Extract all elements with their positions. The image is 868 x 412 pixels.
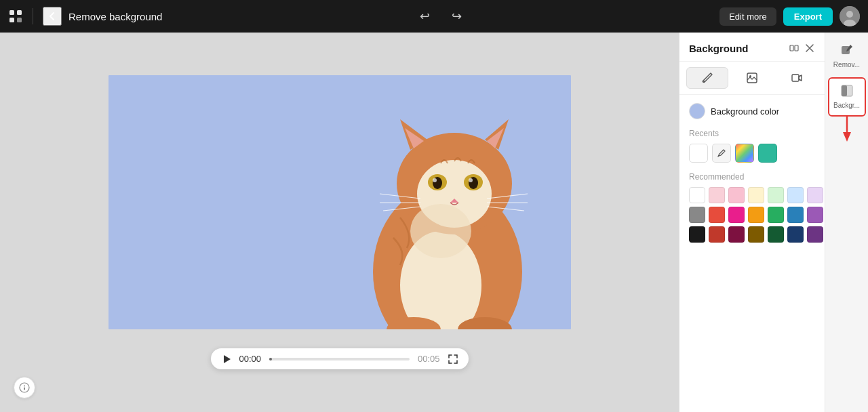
recent-color-rainbow[interactable] [735, 144, 754, 163]
recommended-label: Recommended [689, 172, 815, 182]
svg-rect-37 [795, 45, 798, 51]
color-cell[interactable] [709, 226, 725, 243]
svg-point-21 [469, 178, 473, 182]
panel-header: Background [679, 33, 825, 62]
redo-button[interactable]: ↪ [446, 6, 467, 26]
topbar-right: Edit more Export [719, 6, 860, 26]
svg-marker-32 [224, 355, 231, 363]
color-cell[interactable] [807, 207, 823, 223]
svg-point-20 [433, 178, 437, 182]
bg-color-section: Background color Recents R [679, 95, 825, 251]
tool-tab-brush[interactable] [686, 67, 728, 89]
color-picker-row: Background color [689, 103, 815, 119]
color-cell[interactable] [709, 187, 725, 203]
svg-rect-0 [9, 10, 14, 15]
video-preview [108, 75, 571, 329]
right-panel: Background [679, 33, 868, 412]
svg-rect-3 [17, 18, 22, 22]
divider [33, 8, 33, 24]
bg-color-label: Background color [711, 106, 779, 117]
time-current: 00:00 [239, 354, 262, 364]
svg-rect-38 [747, 73, 757, 83]
background-panel: Background [679, 33, 825, 412]
topbar-center: ↩ ↪ [169, 6, 713, 26]
play-button[interactable] [222, 354, 231, 364]
recents-row [689, 144, 815, 163]
close-panel-button[interactable] [804, 43, 815, 54]
tool-tab-image[interactable] [731, 67, 773, 89]
svg-marker-45 [843, 132, 851, 142]
color-cell[interactable] [689, 226, 705, 243]
sidebar-tool-background[interactable]: Backgr... [828, 77, 866, 117]
fullscreen-button[interactable] [448, 354, 458, 364]
export-button[interactable]: Export [783, 7, 833, 26]
color-cell[interactable] [748, 207, 764, 223]
color-cell[interactable] [748, 226, 764, 243]
red-arrow-indicator [840, 116, 854, 146]
video-controls-wrapper: 00:00 00:05 [211, 348, 469, 369]
edit-more-button[interactable]: Edit more [719, 7, 776, 26]
remove-bg-icon [840, 43, 854, 60]
recommended-colors [689, 187, 815, 243]
main-area: 00:00 00:05 [0, 33, 868, 412]
back-button[interactable] [43, 7, 62, 26]
selected-color[interactable] [689, 103, 705, 119]
recents-label: Recents [689, 129, 815, 138]
sidebar-tool-bg-label: Backgr... [833, 102, 860, 110]
color-cell[interactable] [807, 187, 823, 203]
sidebar-tool-remove-bg[interactable]: Remov... [828, 38, 866, 75]
color-cell[interactable] [728, 187, 745, 203]
expand-panel-button[interactable] [788, 42, 800, 54]
cat-scene [108, 75, 571, 329]
sidebar-tool-remove-label: Remov... [833, 61, 860, 69]
background-icon [840, 84, 854, 100]
sidebar-icons: Remov... Backgr... [825, 33, 868, 412]
video-controls: 00:00 00:05 [211, 348, 469, 369]
color-cell[interactable] [787, 226, 804, 243]
color-cell[interactable] [787, 207, 804, 223]
undo-button[interactable]: ↩ [414, 6, 435, 26]
svg-rect-43 [842, 85, 847, 96]
color-cell[interactable] [689, 187, 705, 203]
svg-point-31 [410, 204, 471, 258]
tool-tabs [679, 62, 825, 95]
color-cell[interactable] [709, 207, 725, 223]
color-cell[interactable] [689, 207, 705, 223]
svg-point-5 [846, 11, 853, 18]
hint-button[interactable] [14, 377, 35, 398]
avatar[interactable] [840, 6, 860, 26]
svg-point-39 [749, 75, 751, 77]
recent-color-teal[interactable] [758, 144, 777, 163]
svg-rect-36 [790, 45, 793, 51]
color-cell[interactable] [787, 187, 804, 203]
svg-rect-35 [24, 388, 25, 390]
panel-title: Background [689, 43, 749, 54]
panel-actions [788, 42, 815, 54]
color-cell[interactable] [728, 207, 745, 223]
color-cell[interactable] [748, 187, 764, 203]
svg-rect-2 [9, 18, 14, 22]
svg-point-34 [24, 386, 25, 387]
time-total: 00:05 [418, 354, 440, 364]
topbar: Remove background ↩ ↪ Edit more Export [0, 0, 868, 33]
recent-color-white[interactable] [689, 144, 708, 163]
color-cell[interactable] [768, 226, 784, 243]
canvas-area: 00:00 00:05 [0, 33, 679, 412]
progress-filled [269, 358, 272, 360]
app-logo [8, 9, 23, 24]
tool-tab-video[interactable] [776, 67, 818, 89]
svg-rect-1 [17, 10, 22, 15]
color-cell[interactable] [768, 187, 784, 203]
svg-rect-40 [792, 75, 799, 81]
progress-bar[interactable] [269, 358, 410, 360]
color-cell[interactable] [728, 226, 745, 243]
color-cell[interactable] [768, 207, 784, 223]
color-cell[interactable] [807, 226, 823, 243]
eyedropper-tool[interactable] [712, 144, 731, 163]
page-title: Remove background [68, 11, 162, 22]
